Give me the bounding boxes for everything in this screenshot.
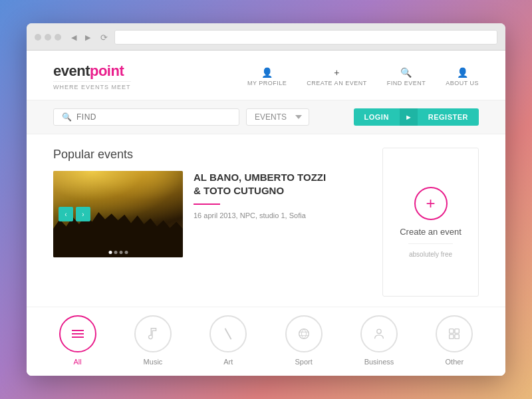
logo-tagline: WHERE EVENTS MEET [53,81,131,90]
nav-about-us-label: ABOUT US [446,80,479,86]
search-bar: 🔍 EVENTS ARTISTS VENUES LOGIN ► REGISTER [27,100,505,134]
nav-my-profile[interactable]: 👤 MY PROFILE [247,67,287,86]
event-divider [194,203,220,205]
event-card: ‹ › AL BANO, UMBERTO TOZZI [53,171,369,257]
search-input-wrap: 🔍 [53,108,239,126]
category-sport-circle [285,315,323,352]
site-header: eventpoint WHERE EVENTS MEET 👤 MY PROFIL… [27,51,505,100]
forward-arrow[interactable]: ▶ [82,31,94,43]
create-event-subtitle: absolutely free [409,251,452,258]
category-all-label: All [74,358,82,366]
browser-window: ◀ ▶ ⟳ eventpoint WHERE EVENTS MEET 👤 MY … [27,23,505,376]
logo-point: point [90,63,124,79]
logo-area: eventpoint WHERE EVENTS MEET [53,63,131,90]
category-art-label: Art [223,358,233,366]
back-arrow[interactable]: ◀ [68,31,80,43]
svg-point-4 [299,329,309,339]
category-music-circle [134,315,172,352]
carousel-dot-1 [108,251,112,254]
category-bar: All Music Art [27,307,505,376]
category-sport-label: Sport [295,358,312,366]
svg-rect-2 [72,336,84,338]
carousel-arrows: ‹ › [59,207,90,221]
find-icon: 🔍 [400,67,412,78]
section-title: Popular events [53,148,369,162]
profile-icon: 👤 [261,67,273,78]
category-business-label: Business [364,358,394,366]
svg-rect-8 [450,329,454,333]
category-all-circle [59,315,96,352]
svg-rect-9 [455,329,459,333]
carousel-dot-2 [114,251,117,254]
carousel-next-button[interactable]: › [76,207,90,221]
browser-content: eventpoint WHERE EVENTS MEET 👤 MY PROFIL… [27,51,505,376]
main-content: Popular events ‹ › [27,134,505,307]
category-other[interactable]: Other [436,315,473,366]
event-date: 16 april 2013, NPC, studio 1, Sofia [194,211,369,219]
dot-2 [45,34,51,41]
dot-1 [35,34,41,41]
category-business-circle [360,315,398,352]
logo-text: eventpoint [53,63,131,80]
event-title-line2: & TOTO CUTUGNO [194,185,284,196]
refresh-icon[interactable]: ⟳ [100,33,108,43]
auth-buttons: LOGIN ► REGISTER [354,108,479,126]
category-art-circle [209,315,247,352]
category-all[interactable]: All [59,315,96,366]
sport-icon [297,327,311,341]
carousel-dot-4 [124,251,128,254]
register-button[interactable]: REGISTER [418,108,479,126]
right-sidebar: + Create an event absolutely free [382,148,479,297]
events-dropdown[interactable]: EVENTS ARTISTS VENUES [246,108,309,126]
nav-my-profile-label: MY PROFILE [247,80,287,86]
nav-find-event[interactable]: 🔍 FIND EVENT [387,67,426,86]
nav-create-event-label: CREATE AN EVENT [307,80,366,86]
browser-dots [35,34,61,41]
svg-rect-1 [72,333,84,334]
event-title-line1: AL BANO, UMBERTO TOZZI [194,172,326,183]
category-music-label: Music [144,358,163,366]
category-other-label: Other [446,358,464,366]
all-icon [70,326,86,342]
browser-nav-arrows: ◀ ▶ [68,31,94,43]
browser-chrome: ◀ ▶ ⟳ [27,23,505,51]
plus-circle-icon: + [414,187,448,220]
create-divider [408,243,454,244]
address-bar[interactable] [114,30,497,45]
nav-find-event-label: FIND EVENT [387,80,426,86]
login-button[interactable]: LOGIN [354,108,400,126]
search-input[interactable] [76,112,231,122]
create-icon: + [334,67,339,78]
event-title: AL BANO, UMBERTO TOZZI & TOTO CUTUGNO [194,171,369,197]
left-content: Popular events ‹ › [53,148,369,297]
music-icon [146,327,160,341]
search-icon: 🔍 [62,112,72,122]
create-event-card[interactable]: + Create an event absolutely free [382,148,479,297]
login-arrow-button[interactable]: ► [400,108,418,126]
logo-event: event [53,63,90,79]
about-icon: 👤 [457,67,468,78]
event-info: AL BANO, UMBERTO TOZZI & TOTO CUTUGNO 16… [194,171,369,219]
category-other-circle [436,315,473,352]
svg-rect-11 [455,334,459,338]
category-music[interactable]: Music [134,315,172,366]
svg-rect-10 [450,334,454,338]
category-sport[interactable]: Sport [285,315,323,366]
art-icon [221,327,235,341]
svg-point-7 [377,329,381,333]
create-event-title: Create an event [400,227,462,237]
carousel-dots [108,251,128,254]
event-image-wrap: ‹ › [53,171,183,257]
plus-symbol: + [426,194,435,213]
dot-3 [55,34,61,41]
nav-links: 👤 MY PROFILE + CREATE AN EVENT 🔍 FIND EV… [247,67,479,86]
nav-about-us[interactable]: 👤 ABOUT US [446,67,479,86]
nav-create-event[interactable]: + CREATE AN EVENT [307,67,366,86]
category-business[interactable]: Business [360,315,398,366]
carousel-dot-3 [119,251,122,254]
carousel-prev-button[interactable]: ‹ [59,207,73,221]
svg-line-3 [225,329,231,340]
category-art[interactable]: Art [209,315,247,366]
other-icon [447,327,462,341]
business-icon [372,327,386,341]
